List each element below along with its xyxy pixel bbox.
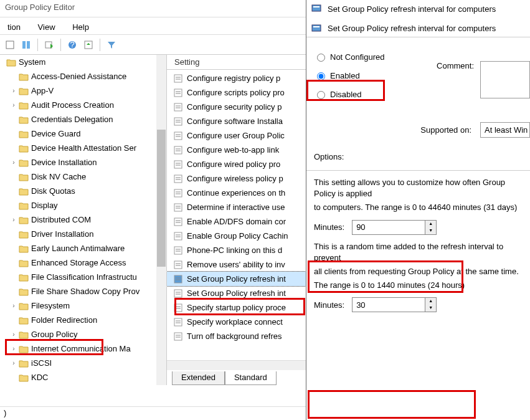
setting-icon <box>173 274 183 284</box>
radio-disabled-input[interactable] <box>317 91 325 99</box>
tree-item[interactable]: File Classification Infrastructu <box>0 270 157 284</box>
svg-rect-16 <box>174 118 182 125</box>
setting-label: Set Group Policy refresh int <box>187 274 286 284</box>
tab-standard[interactable]: Standard <box>225 371 277 385</box>
comment-textarea[interactable] <box>480 61 530 98</box>
tree-item[interactable]: Access-Denied Assistance <box>0 69 157 84</box>
expand-icon[interactable]: › <box>10 102 17 108</box>
expand-icon[interactable]: › <box>10 331 17 338</box>
tree-item-label: Driver Installation <box>31 229 93 239</box>
tree-item[interactable]: Early Launch Antimalware <box>0 241 157 255</box>
comment-label: Comment: <box>437 61 474 70</box>
tree-item[interactable]: KDC <box>0 370 157 384</box>
minutes1-input[interactable] <box>353 221 425 234</box>
tree-scrollbar[interactable] <box>156 55 166 385</box>
toolbar-btn-5[interactable] <box>81 37 96 52</box>
radio-not-configured-input[interactable] <box>317 54 325 62</box>
setting-icon <box>173 74 183 84</box>
tree-item[interactable]: Disk Quotas <box>0 184 157 198</box>
tree-item-label: Filesystem <box>31 301 70 310</box>
toolbar-btn-3[interactable] <box>42 37 57 52</box>
setting-icon <box>173 217 183 227</box>
minutes1-spinner[interactable]: ▲▼ <box>352 220 437 235</box>
tree-item[interactable]: Device Health Attestation Ser <box>0 141 157 155</box>
spin-down-icon[interactable]: ▼ <box>425 305 436 312</box>
tree-item[interactable]: Disk NV Cache <box>0 169 157 184</box>
folder-icon <box>19 273 29 282</box>
tree-item-label: File Classification Infrastructu <box>31 272 137 282</box>
tab-extended[interactable]: Extended <box>172 371 225 385</box>
spinner-arrows[interactable]: ▲▼ <box>425 298 436 312</box>
toolbar-btn-2[interactable] <box>19 37 34 52</box>
setting-label: Remove users' ability to inv <box>187 260 285 269</box>
expand-icon[interactable]: › <box>10 159 17 166</box>
setting-label: Configure registry policy p <box>187 74 280 83</box>
tree-item[interactable]: ›Audit Process Creation <box>0 98 157 112</box>
minutes1-label: Minutes: <box>314 222 344 232</box>
folder-icon <box>19 244 29 253</box>
tree-item[interactable]: ›Distributed COM <box>0 212 157 227</box>
expand-icon[interactable]: › <box>10 302 17 309</box>
svg-rect-46 <box>174 261 182 269</box>
tree-item-label: Display <box>31 201 58 210</box>
setting-label: Configure wired policy pro <box>187 160 280 169</box>
setting-label: Enable AD/DFS domain cor <box>187 217 286 226</box>
tree-item[interactable]: ›Internet Communication Ma <box>0 341 157 356</box>
menu-action[interactable]: tion <box>0 20 28 34</box>
tree-item[interactable]: ›App-V <box>0 84 157 98</box>
expand-icon[interactable]: › <box>10 87 17 94</box>
tree-item[interactable]: Device Guard <box>0 126 157 141</box>
toolbar-btn-1[interactable] <box>2 37 17 52</box>
options-desc-5: The range is 0 to 1440 minutes (24 hours… <box>314 280 523 291</box>
expand-icon[interactable]: › <box>10 345 17 352</box>
setting-icon <box>173 203 183 212</box>
tree-root-label: System <box>19 57 45 67</box>
svg-rect-40 <box>174 232 182 240</box>
setting-icon <box>173 102 183 112</box>
toolbar-help-icon[interactable]: ? <box>65 37 80 52</box>
folder-icon <box>19 302 29 310</box>
policy-icon <box>311 3 323 14</box>
tree-item-label: Internet Communication Ma <box>31 344 131 353</box>
radio-enabled-input[interactable] <box>317 72 325 80</box>
tree-item[interactable]: Folder Redirection <box>0 313 157 327</box>
minutes2-spinner[interactable]: ▲▼ <box>352 297 437 312</box>
toolbar-sep <box>37 39 38 51</box>
spin-up-icon[interactable]: ▲ <box>425 221 436 227</box>
spin-up-icon[interactable]: ▲ <box>425 298 436 305</box>
folder-icon <box>19 115 29 124</box>
tree-item[interactable]: File Share Shadow Copy Prov <box>0 284 157 298</box>
menu-help[interactable]: Help <box>65 20 97 34</box>
setting-label: Configure user Group Polic <box>187 131 285 140</box>
tree-item[interactable]: ›iSCSI <box>0 356 157 370</box>
folder-icon <box>19 230 29 239</box>
toolbar-filter-icon[interactable] <box>104 37 119 52</box>
tree-item[interactable]: Display <box>0 198 157 212</box>
spin-down-icon[interactable]: ▼ <box>425 227 436 234</box>
expand-icon[interactable]: › <box>10 360 17 366</box>
tree-scrollbar-thumb[interactable] <box>157 130 166 267</box>
tree-item[interactable]: ›Filesystem <box>0 298 157 313</box>
tree-item[interactable]: Enhanced Storage Access <box>0 255 157 270</box>
spinner-arrows[interactable]: ▲▼ <box>425 221 436 234</box>
svg-rect-67 <box>313 26 319 27</box>
svg-rect-61 <box>174 333 182 340</box>
expand-icon[interactable]: › <box>10 216 17 223</box>
svg-rect-2 <box>27 41 30 49</box>
svg-rect-22 <box>174 146 182 154</box>
minutes2-input[interactable] <box>353 298 425 312</box>
tree-item[interactable]: ›Device Installation <box>0 155 157 169</box>
toolbar-sep-3 <box>100 39 100 51</box>
tree-item[interactable]: Credentials Delegation <box>0 112 157 126</box>
tree-item[interactable]: ›Group Policy <box>0 327 157 341</box>
dialog-subtitle-row: Set Group Policy refresh interval for co… <box>306 20 530 37</box>
tree-item[interactable]: Driver Installation <box>0 227 157 241</box>
setting-icon <box>173 260 183 270</box>
tree-root[interactable]: System <box>0 55 157 69</box>
dialog-subtitle: Set Group Policy refresh interval for co… <box>328 24 496 33</box>
folder-icon <box>19 187 29 196</box>
setting-label: Specify workplace connect <box>187 317 283 327</box>
setting-label: Configure scripts policy pro <box>187 88 285 97</box>
setting-icon <box>173 317 183 327</box>
menu-view[interactable]: View <box>31 20 63 34</box>
